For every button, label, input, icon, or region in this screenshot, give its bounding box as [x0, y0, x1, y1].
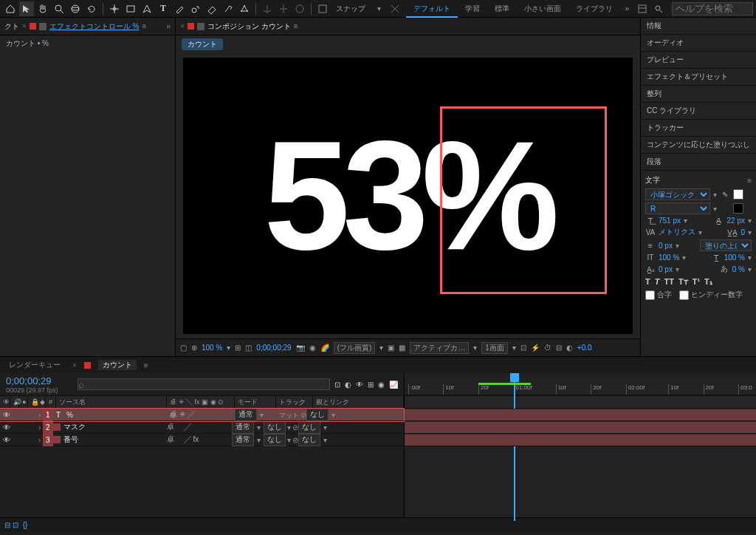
composition-viewer[interactable]: 53%: [183, 58, 633, 334]
workspace-standard[interactable]: 標準: [487, 0, 517, 18]
panel-align[interactable]: 整列: [641, 86, 756, 103]
frame-blend-icon[interactable]: ⊞: [368, 381, 374, 389]
allcaps-button[interactable]: TT: [664, 277, 673, 287]
viewer-timecode[interactable]: 0;00;00;29: [256, 344, 291, 352]
track-2[interactable]: [405, 421, 756, 434]
render-queue-tab[interactable]: レンダーキュー: [4, 360, 65, 370]
subscript-button[interactable]: T₁: [704, 277, 712, 287]
blend-mode-dropdown[interactable]: 通常: [232, 434, 254, 446]
grid-icon[interactable]: ⊞: [235, 344, 241, 352]
fast-preview-icon[interactable]: ⚡: [531, 344, 540, 352]
eye-icon[interactable]: 👁: [0, 421, 9, 434]
col-mode[interactable]: モード: [235, 395, 276, 409]
snap-dropdown-icon[interactable]: ▾: [371, 1, 386, 16]
timeline-comp-tab[interactable]: カウント: [98, 360, 137, 370]
stroke-mode-dropdown[interactable]: 塗りの上に線: [700, 239, 752, 251]
channels-icon[interactable]: 🌈: [320, 344, 329, 352]
eyedropper-icon[interactable]: ✎: [720, 191, 730, 199]
layer-name[interactable]: %: [63, 409, 167, 421]
col-parent[interactable]: 親とリンク: [313, 395, 404, 409]
blend-mode-dropdown[interactable]: 通常: [235, 409, 257, 421]
exposure-value[interactable]: +0.0: [577, 344, 592, 352]
blend-mode-dropdown[interactable]: 通常: [232, 421, 254, 434]
panel-info[interactable]: 情報: [641, 18, 756, 35]
panel-preview[interactable]: プレビュー: [641, 52, 756, 69]
col-lock-icon[interactable]: 🔒: [28, 395, 37, 409]
world-axis-icon[interactable]: [276, 1, 291, 16]
effect-controls-title[interactable]: エフェクトコントロール %: [49, 21, 140, 32]
parent-dropdown[interactable]: なし: [298, 434, 320, 446]
zoom-tool-icon[interactable]: [52, 1, 66, 16]
leading-value[interactable]: 22 px: [727, 217, 745, 225]
magnify-icon[interactable]: ⊕: [191, 344, 197, 352]
anchor-tool-icon[interactable]: [107, 1, 122, 16]
kerning-value[interactable]: メトリクス: [659, 227, 695, 237]
toggle-modes-icon[interactable]: {}: [23, 521, 28, 529]
font-style-dropdown[interactable]: R: [645, 202, 710, 214]
col-trkmat[interactable]: トラックマット: [276, 395, 313, 409]
workspace-overflow-icon[interactable]: »: [620, 0, 633, 18]
workspace-library[interactable]: ライブラリ: [568, 0, 620, 18]
search-icon[interactable]: [651, 1, 666, 16]
smallcaps-button[interactable]: Tᴛ: [678, 277, 688, 287]
clone-tool-icon[interactable]: [188, 1, 203, 16]
tsume-value[interactable]: 0 %: [732, 265, 745, 273]
panel-overflow-icon[interactable]: »: [166, 22, 171, 30]
toggle-switches-icon[interactable]: ⊟ ⊡: [4, 521, 18, 529]
panel-cc-libraries[interactable]: CC ライブラリ: [641, 103, 756, 120]
stroke-color-swatch[interactable]: [733, 203, 743, 214]
timeline-search-input[interactable]: [78, 378, 330, 390]
font-size-value[interactable]: 751 px: [659, 217, 681, 225]
help-search-input[interactable]: [672, 2, 753, 16]
pen-tool-icon[interactable]: [140, 1, 154, 16]
display-icon[interactable]: ▢: [180, 344, 187, 352]
exposure-reset-icon[interactable]: ◐: [566, 344, 573, 352]
roto-tool-icon[interactable]: [221, 1, 236, 16]
workspace-default[interactable]: デフォルト: [406, 0, 458, 18]
camera-dropdown[interactable]: アクティブカ…: [410, 342, 469, 354]
panel-menu-icon[interactable]: ≡: [747, 177, 752, 185]
comp-mini-flowchart-icon[interactable]: ⊡: [334, 381, 340, 389]
bold-button[interactable]: T: [645, 277, 650, 287]
zoom-value[interactable]: 100 %: [202, 344, 222, 352]
layer-selection-box[interactable]: [440, 106, 607, 294]
hindi-checkbox[interactable]: ヒンディー数字: [679, 290, 743, 300]
flowchart-icon[interactable]: ⊟: [556, 344, 562, 352]
orbit-tool-icon[interactable]: [68, 1, 83, 16]
home-icon[interactable]: [3, 1, 18, 16]
panel-audio[interactable]: オーディオ: [641, 35, 756, 52]
track-3[interactable]: [405, 434, 756, 446]
graph-editor-icon[interactable]: 📈: [389, 381, 398, 389]
hand-tool-icon[interactable]: [35, 1, 50, 16]
mask-icon[interactable]: ◫: [245, 344, 252, 352]
col-eye-icon[interactable]: 👁: [0, 395, 10, 409]
col-source-name[interactable]: ソース名: [56, 395, 167, 409]
fill-color-swatch[interactable]: [733, 189, 743, 200]
work-area-bar[interactable]: [478, 383, 531, 385]
baseline-value[interactable]: 0 px: [659, 265, 673, 273]
hide-shy-icon[interactable]: 👁: [356, 381, 363, 389]
panel-paragraph[interactable]: 段落: [641, 154, 756, 171]
layer-row-1[interactable]: 👁 › 1 T % 卓 ✳ ╱ 通常▾ ⊘ なし▾: [0, 409, 404, 421]
col-solo-icon[interactable]: ●: [19, 395, 28, 409]
show-snapshot-icon[interactable]: ◉: [309, 344, 316, 352]
layer-name[interactable]: マスク: [61, 421, 164, 434]
tracking-value[interactable]: 0: [740, 228, 745, 236]
views-dropdown[interactable]: 1画面: [481, 342, 508, 354]
playhead[interactable]: [514, 373, 515, 521]
pixel-aspect-icon[interactable]: ⊡: [520, 344, 526, 352]
eraser-tool-icon[interactable]: [205, 1, 219, 16]
view-axis-icon[interactable]: [292, 1, 307, 16]
parent-dropdown[interactable]: なし: [306, 409, 329, 421]
ligature-checkbox[interactable]: 合字: [645, 290, 672, 300]
rotate-tool-icon[interactable]: [84, 1, 99, 16]
layer-row-2[interactable]: 👁 › 2 マスク 卓 ╱ 通常▾ なし▾ ⊘ なし▾: [0, 421, 404, 434]
parent-dropdown[interactable]: なし: [298, 421, 320, 434]
stroke-width-value[interactable]: 0 px: [659, 242, 673, 250]
eye-icon[interactable]: 👁: [0, 409, 9, 421]
hscale-value[interactable]: 100 %: [724, 253, 745, 262]
snapping-icon[interactable]: [388, 1, 402, 16]
italic-button[interactable]: T: [655, 277, 660, 287]
workspace-small[interactable]: 小さい画面: [517, 0, 568, 18]
draft-3d-icon[interactable]: ◐: [345, 381, 351, 389]
